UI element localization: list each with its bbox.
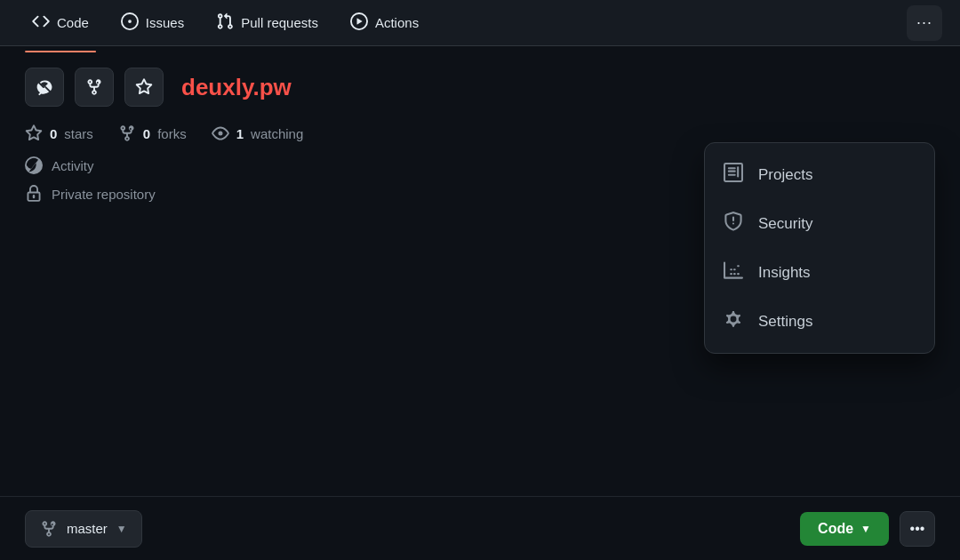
- nav-item-pull-requests[interactable]: Pull requests: [202, 4, 332, 42]
- branch-button[interactable]: master ▼: [25, 510, 142, 548]
- dropdown-item-security[interactable]: Security: [705, 199, 934, 248]
- dropdown-item-projects[interactable]: Projects: [705, 150, 934, 199]
- stars-count: 0: [50, 126, 57, 141]
- dropdown-menu: Projects Security Insights: [704, 142, 935, 354]
- nav-item-code[interactable]: Code: [18, 4, 103, 42]
- main-content: deuxly.pw 0 stars 0 forks 1 watching: [0, 46, 960, 224]
- code-button[interactable]: Code ▼: [800, 512, 889, 546]
- forks-stat[interactable]: 0 forks: [118, 124, 187, 142]
- dropdown-item-insights[interactable]: Insights: [705, 248, 934, 297]
- watch-button[interactable]: [25, 68, 64, 107]
- nav-more-button[interactable]: ···: [907, 5, 942, 41]
- star-button[interactable]: [124, 68, 164, 107]
- nav-item-pull-requests-label: Pull requests: [241, 15, 318, 30]
- stars-label: stars: [64, 126, 93, 141]
- watching-label: watching: [251, 126, 303, 141]
- dropdown-item-insights-label: Insights: [758, 264, 811, 282]
- code-button-label: Code: [818, 521, 853, 537]
- activity-label: Activity: [52, 158, 94, 173]
- pull-requests-icon: [216, 12, 234, 33]
- branch-chevron-icon: ▼: [116, 523, 127, 535]
- watching-count: 1: [236, 126, 244, 141]
- repo-header: deuxly.pw: [25, 68, 935, 107]
- dropdown-item-settings[interactable]: Settings: [705, 297, 934, 346]
- stars-stat[interactable]: 0 stars: [25, 124, 93, 142]
- nav-more-dots: ···: [916, 13, 932, 32]
- more-options-button[interactable]: •••: [900, 511, 935, 547]
- dropdown-item-security-label: Security: [758, 215, 812, 233]
- forks-count: 0: [143, 126, 150, 141]
- repo-name: deuxly.pw: [181, 74, 292, 101]
- forks-label: forks: [157, 126, 187, 141]
- watching-stat[interactable]: 1 watching: [212, 124, 304, 142]
- security-icon: [723, 212, 744, 236]
- code-icon: [32, 12, 50, 33]
- projects-icon: [723, 163, 744, 187]
- nav-item-actions-label: Actions: [375, 15, 419, 30]
- nav-item-issues-label: Issues: [146, 15, 184, 30]
- more-options-dots: •••: [910, 521, 925, 537]
- code-chevron-icon: ▼: [860, 523, 871, 535]
- actions-icon: [350, 12, 368, 33]
- issues-icon: [121, 12, 139, 33]
- insights-icon: [723, 260, 744, 284]
- private-repo-label: Private repository: [52, 187, 156, 202]
- settings-icon: [723, 309, 744, 333]
- nav-item-actions[interactable]: Actions: [336, 4, 433, 42]
- bottom-bar: master ▼ Code ▼ •••: [0, 496, 960, 560]
- nav-item-code-label: Code: [57, 15, 89, 30]
- branch-name: master: [67, 521, 108, 536]
- fork-button[interactable]: [75, 68, 114, 107]
- dropdown-item-settings-label: Settings: [758, 313, 812, 331]
- dropdown-item-projects-label: Projects: [758, 166, 812, 184]
- repo-stats: 0 stars 0 forks 1 watching: [25, 124, 935, 142]
- top-nav: Code Issues Pull requests Actions ···: [0, 0, 960, 46]
- nav-item-issues[interactable]: Issues: [107, 4, 198, 42]
